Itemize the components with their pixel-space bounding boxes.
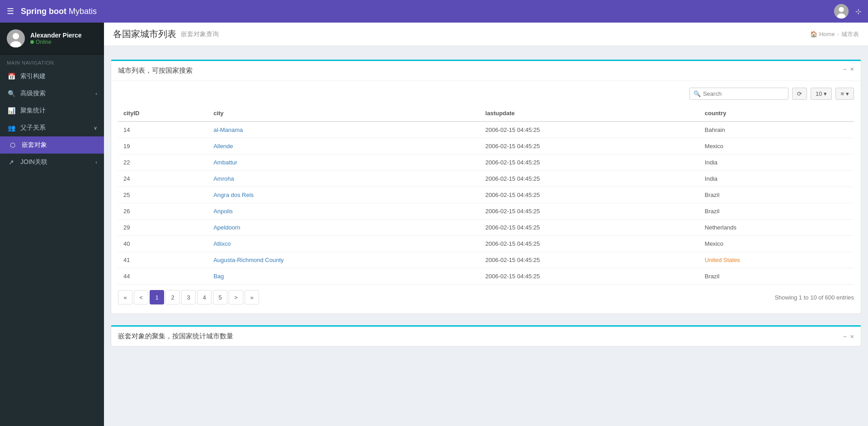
table-row: 26Anpolis2006-02-15 04:45:25Brazil (118, 203, 854, 220)
cell-city[interactable]: Ambattur (208, 154, 480, 171)
aggregate-minimize-button[interactable]: − (843, 333, 847, 340)
panel-close-button[interactable]: × (850, 66, 854, 73)
cell-city[interactable]: Bag (208, 268, 480, 285)
share-icon[interactable]: ⊹ (855, 7, 861, 16)
cell-city[interactable]: Augusta-Richmond County (208, 252, 480, 268)
svg-point-1 (839, 7, 844, 12)
pagination-page-2[interactable]: 2 (165, 290, 180, 304)
city-link[interactable]: Ambattur (213, 159, 237, 166)
columns-chevron: ▾ (846, 90, 849, 97)
cell-country: Brazil (699, 203, 854, 220)
cell-lastupdate: 2006-02-15 04:45:25 (480, 138, 699, 154)
cell-cityid: 26 (118, 203, 208, 220)
panel-minimize-button[interactable]: − (843, 66, 847, 73)
city-link[interactable]: al-Manama (213, 126, 243, 133)
svg-point-4 (13, 33, 19, 39)
sidebar-item-aggregate[interactable]: 📊 聚集统计 (0, 102, 104, 119)
city-link[interactable]: Anpolis (213, 208, 233, 215)
pagination-next[interactable]: > (229, 290, 243, 304)
panel-header: 城市列表，可按国家搜索 − × (111, 61, 861, 81)
city-link[interactable]: Bag (213, 273, 224, 280)
per-page-button[interactable]: 10 ▾ (811, 88, 832, 100)
cities-panel: 城市列表，可按国家搜索 − × 🔍 ⟳ 10 (111, 60, 861, 314)
city-link[interactable]: Allende (213, 143, 233, 150)
sidebar-item-advanced-search[interactable]: 🔍 高级搜索 ‹ (0, 85, 104, 102)
table-row: 29Apeldoorn2006-02-15 04:45:25Netherland… (118, 220, 854, 236)
columns-button[interactable]: ≡ ▾ (835, 88, 854, 100)
breadcrumb-home-label: Home (819, 31, 835, 37)
aggregate-close-button[interactable]: × (850, 333, 854, 340)
breadcrumb: 🏠 Home › 城市表 (810, 30, 859, 38)
cell-cityid: 19 (118, 138, 208, 154)
search-icon: 🔍 (693, 90, 701, 97)
cell-city[interactable]: Allende (208, 138, 480, 154)
city-link[interactable]: Apeldoorn (213, 224, 240, 231)
sidebar-username: Alexander Pierce (30, 32, 82, 39)
search-icon: 🔍 (7, 90, 16, 97)
col-city: city (208, 105, 480, 122)
cities-table: cityID city lastupdate country 14al-Mana… (118, 105, 854, 285)
join-icon: ↗ (7, 159, 16, 166)
group-icon: 👥 (7, 124, 16, 131)
panel-title: 城市列表，可按国家搜索 (118, 66, 193, 74)
cell-city[interactable]: Atlixco (208, 236, 480, 252)
table-head: cityID city lastupdate country (118, 105, 854, 122)
table-row: 25Angra dos Reis2006-02-15 04:45:25Brazi… (118, 187, 854, 203)
pagination-page-4[interactable]: 4 (197, 290, 212, 304)
cell-city[interactable]: al-Manama (208, 122, 480, 138)
home-icon: 🏠 (810, 31, 817, 37)
sidebar: Alexander Pierce Online MAIN NAVIGATION … (0, 23, 104, 426)
chevron-down-icon: ∨ (94, 125, 97, 131)
breadcrumb-home[interactable]: 🏠 Home (810, 31, 835, 37)
cell-lastupdate: 2006-02-15 04:45:25 (480, 122, 699, 138)
pagination-last[interactable]: » (245, 290, 259, 304)
cell-country: India (699, 154, 854, 171)
pagination-page-3[interactable]: 3 (181, 290, 196, 304)
pagination-prev[interactable]: < (134, 290, 148, 304)
city-link[interactable]: Augusta-Richmond County (213, 257, 283, 263)
aggregate-panel: 嵌套对象的聚集，按国家统计城市数量 − × (111, 325, 861, 346)
cell-lastupdate: 2006-02-15 04:45:25 (480, 220, 699, 236)
sidebar-item-parent-child[interactable]: 👥 父子关系 ∨ (0, 119, 104, 136)
cell-lastupdate: 2006-02-15 04:45:25 (480, 252, 699, 268)
cell-lastupdate: 2006-02-15 04:45:25 (480, 236, 699, 252)
hamburger-icon[interactable]: ☰ (7, 6, 14, 16)
table-row: 44Bag2006-02-15 04:45:25Brazil (118, 268, 854, 285)
cell-country: Mexico (699, 138, 854, 154)
aggregate-panel-title: 嵌套对象的聚集，按国家统计城市数量 (118, 332, 233, 341)
brand-mybatis: Mybatis (69, 7, 97, 16)
sidebar-avatar (7, 29, 25, 47)
sidebar-item-nested[interactable]: ⬡ 嵌套对象 (0, 136, 104, 154)
cell-city[interactable]: Apeldoorn (208, 220, 480, 236)
cell-lastupdate: 2006-02-15 04:45:25 (480, 203, 699, 220)
country-link[interactable]: United States (705, 257, 740, 263)
pagination-first[interactable]: « (118, 290, 132, 304)
cell-country[interactable]: United States (699, 252, 854, 268)
page-subtitle: 嵌套对象查询 (181, 30, 219, 38)
cell-cityid: 24 (118, 171, 208, 187)
navbar-right: ⊹ (834, 4, 861, 19)
cell-country: Mexico (699, 236, 854, 252)
city-link[interactable]: Amroha (213, 175, 234, 182)
city-link[interactable]: Atlixco (213, 240, 231, 247)
sidebar-item-join[interactable]: ↗ JOIN关联 ‹ (0, 154, 104, 171)
cell-city[interactable]: Angra dos Reis (208, 187, 480, 203)
refresh-button[interactable]: ⟳ (792, 88, 807, 100)
pagination-page-1[interactable]: 1 (150, 290, 164, 304)
cell-city[interactable]: Anpolis (208, 203, 480, 220)
brand-springboot: Spring boot (21, 7, 66, 16)
city-link[interactable]: Angra dos Reis (213, 192, 254, 198)
cell-lastupdate: 2006-02-15 04:45:25 (480, 171, 699, 187)
cell-lastupdate: 2006-02-15 04:45:25 (480, 268, 699, 285)
cell-country: Brazil (699, 187, 854, 203)
page-title-area: 各国家城市列表 嵌套对象查询 (113, 28, 219, 40)
sidebar-label-advanced: 高级搜索 (20, 89, 91, 98)
sidebar-item-index-build[interactable]: 📅 索引构建 (0, 68, 104, 85)
cell-city[interactable]: Amroha (208, 171, 480, 187)
user-avatar-top[interactable] (834, 4, 849, 19)
cell-country: India (699, 171, 854, 187)
table-row: 19Allende2006-02-15 04:45:25Mexico (118, 138, 854, 154)
search-input[interactable] (703, 90, 784, 97)
cell-cityid: 22 (118, 154, 208, 171)
pagination-page-5[interactable]: 5 (213, 290, 227, 304)
